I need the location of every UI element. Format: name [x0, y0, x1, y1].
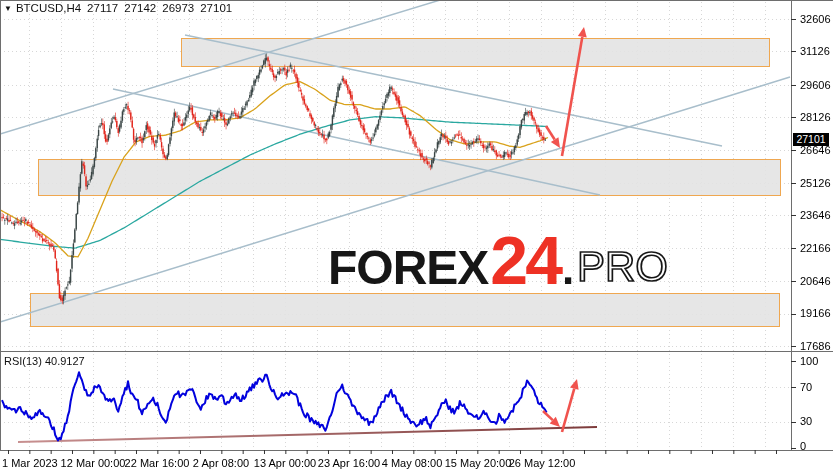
- rsi-indicator-label: RSI(13) 40.9127: [4, 355, 85, 367]
- ohlc-high: 27142: [124, 2, 156, 14]
- forex24-watermark-logo: FOREX 24 . PRO: [328, 226, 695, 288]
- logo-text-forex: FOREX: [328, 244, 488, 292]
- price-axis-label: 29606: [800, 79, 831, 91]
- ohlc-low: 26973: [162, 2, 194, 14]
- price-axis-label: 23646: [800, 209, 831, 221]
- time-axis-label: 2 Apr 08:00: [193, 457, 249, 469]
- logo-text-dot: .: [562, 247, 574, 291]
- chart-title: ▼BTCUSD,H427117271422697327101: [4, 2, 238, 14]
- time-axis-label: 23 Apr 16:00: [318, 457, 380, 469]
- trading-chart-window: ▼BTCUSD,H427117271422697327101 326063112…: [0, 0, 833, 472]
- time-axis-label: 12 Mar 00:00: [61, 457, 126, 469]
- ohlc-open: 27117: [87, 2, 118, 14]
- price-axis-label: 17686: [800, 340, 831, 352]
- price-axis-label: 25126: [800, 177, 831, 189]
- time-axis-label: 1 Mar 2023: [2, 457, 58, 469]
- price-axis-label: 19166: [800, 307, 831, 319]
- rsi-axis-label: 30: [800, 415, 812, 427]
- price-axis-label: 22166: [800, 242, 831, 254]
- time-axis-label: 26 May 12:00: [509, 457, 576, 469]
- logo-text-24: 24: [490, 226, 560, 294]
- price-axis-label: 28126: [800, 111, 831, 123]
- ohlc-close: 27101: [200, 2, 232, 14]
- time-axis-label: 22 Mar 16:00: [125, 457, 190, 469]
- time-axis-label: 13 Apr 00:00: [254, 457, 316, 469]
- logo-text-pro: PRO: [575, 236, 695, 284]
- dropdown-arrow-icon[interactable]: ▼: [4, 4, 12, 13]
- time-axis-label: 4 May 08:00: [382, 457, 443, 469]
- symbol-label: BTCUSD,H4: [16, 2, 81, 14]
- rsi-axis-label: 100: [800, 355, 818, 367]
- price-axis-label: 20646: [800, 275, 831, 287]
- rsi-axis-label: 70: [800, 381, 812, 393]
- rsi-axis-label: 0: [800, 440, 806, 452]
- price-axis-label: 31126: [800, 45, 830, 57]
- current-price-tag: 27101: [793, 133, 829, 146]
- svg-text:PRO: PRO: [577, 243, 668, 284]
- price-axis-label: 32606: [800, 13, 831, 25]
- time-axis-label: 15 May 20:00: [445, 457, 512, 469]
